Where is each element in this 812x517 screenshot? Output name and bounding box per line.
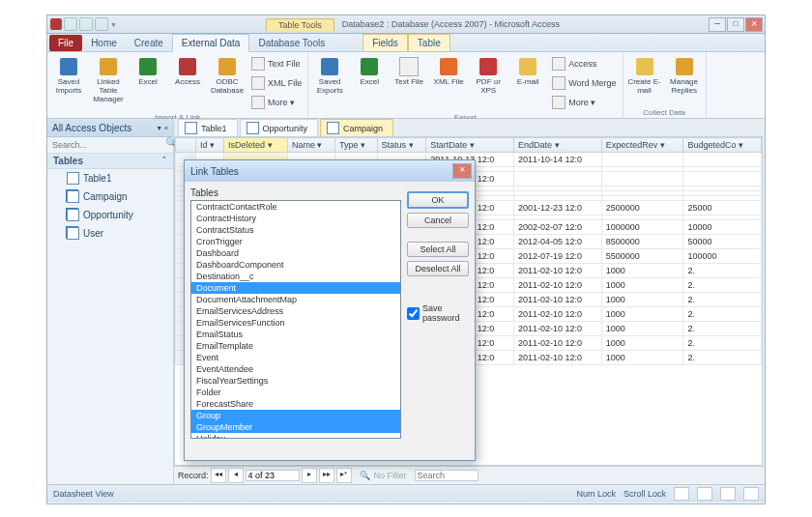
cell[interactable]: 25000 bbox=[683, 201, 762, 215]
dialog-list-item[interactable]: Folder bbox=[191, 387, 400, 398]
ribbon-item[interactable]: Manage Replies bbox=[665, 54, 704, 98]
ribbon-item-small[interactable]: Access bbox=[548, 54, 620, 73]
cell[interactable]: 1000 bbox=[601, 293, 683, 307]
cell[interactable]: 2. bbox=[683, 293, 762, 307]
cell[interactable] bbox=[601, 153, 683, 167]
nav-item[interactable]: Opportunity bbox=[47, 206, 173, 224]
ribbon-item[interactable]: E-mail bbox=[508, 54, 547, 112]
column-header[interactable]: Status ▾ bbox=[377, 138, 426, 153]
cell[interactable]: 2500000 bbox=[601, 201, 683, 215]
cell[interactable]: 1000 bbox=[601, 336, 683, 351]
cell[interactable]: 2011-02-10 12:0 bbox=[514, 322, 602, 336]
dialog-list-item[interactable]: FiscalYearSettings bbox=[191, 375, 400, 387]
nav-item[interactable]: User bbox=[47, 224, 173, 243]
cell[interactable] bbox=[683, 172, 762, 187]
tab-database-tools[interactable]: Database Tools bbox=[249, 35, 334, 51]
cell[interactable]: 2. bbox=[683, 351, 762, 365]
cell[interactable]: 2011-02-10 12:0 bbox=[514, 293, 602, 307]
dialog-list-item[interactable]: EmailServicesFunction bbox=[191, 317, 400, 329]
ribbon-item[interactable]: Linked Table Manager bbox=[89, 54, 128, 112]
dialog-list-item[interactable]: Document bbox=[191, 282, 400, 294]
ribbon-item-small[interactable]: More ▾ bbox=[548, 93, 620, 112]
ribbon-item[interactable]: XML File bbox=[429, 54, 468, 112]
new-record-button[interactable]: ▸* bbox=[336, 468, 352, 483]
record-position-input[interactable] bbox=[246, 470, 300, 481]
ribbon-item[interactable]: ODBC Database bbox=[208, 54, 246, 112]
design-view-button[interactable] bbox=[697, 487, 712, 501]
dialog-list-item[interactable]: Event bbox=[191, 352, 400, 363]
document-tab[interactable]: Campaign bbox=[320, 119, 393, 136]
ribbon-item[interactable]: PDF or XPS bbox=[469, 54, 508, 112]
dialog-list-item[interactable]: DocumentAttachmentMap bbox=[191, 294, 400, 305]
cell[interactable] bbox=[601, 172, 683, 187]
ribbon-item[interactable]: Saved Imports bbox=[49, 54, 88, 112]
tab-table[interactable]: Table bbox=[408, 34, 450, 51]
save-password-checkbox[interactable]: Save password bbox=[407, 303, 469, 323]
cell[interactable]: 50000 bbox=[683, 235, 762, 249]
dialog-close-button[interactable]: ✕ bbox=[452, 163, 472, 179]
dialog-list-item[interactable]: EmailStatus bbox=[191, 329, 400, 340]
document-tab[interactable]: Opportunity bbox=[240, 119, 319, 136]
tab-fields[interactable]: Fields bbox=[362, 34, 408, 51]
cell[interactable]: 2012-07-19 12:0 bbox=[514, 249, 602, 264]
cell[interactable]: 2. bbox=[683, 322, 762, 336]
qat-undo-icon[interactable] bbox=[79, 17, 93, 31]
column-header[interactable]: IsDeleted ▾ bbox=[224, 138, 288, 153]
dialog-list-item[interactable]: GroupMember bbox=[191, 421, 400, 433]
column-header[interactable]: Id ▾ bbox=[196, 138, 224, 153]
view-button-4[interactable] bbox=[743, 487, 759, 501]
qat-save-icon[interactable] bbox=[64, 17, 77, 31]
prev-record-button[interactable]: ◂ bbox=[228, 468, 244, 483]
cell[interactable]: 2011-10-14 12:0 bbox=[514, 153, 602, 167]
deselect-all-button[interactable]: Deselect All bbox=[407, 261, 469, 276]
ribbon-item[interactable]: Saved Exports bbox=[310, 54, 349, 112]
dialog-list-item[interactable]: ContractHistory bbox=[191, 213, 400, 224]
column-header[interactable] bbox=[176, 138, 196, 153]
dialog-list-item[interactable]: ContractStatus bbox=[191, 224, 400, 236]
maximize-button[interactable]: □ bbox=[727, 17, 744, 32]
save-password-input[interactable] bbox=[407, 307, 420, 320]
chevron-down-icon[interactable]: ▼ « bbox=[156, 125, 168, 131]
cell[interactable] bbox=[514, 172, 602, 187]
datasheet-view-button[interactable] bbox=[674, 487, 689, 501]
search-input[interactable] bbox=[47, 137, 165, 153]
cell[interactable]: 2. bbox=[683, 336, 762, 351]
tab-create[interactable]: Create bbox=[126, 35, 172, 51]
ribbon-item-small[interactable]: Word Merge bbox=[548, 73, 620, 93]
cell[interactable]: 10000 bbox=[683, 220, 762, 235]
tab-external-data[interactable]: External Data bbox=[172, 34, 250, 52]
dialog-tables-list[interactable]: ContractContactRoleContractHistoryContra… bbox=[190, 200, 401, 439]
select-all-button[interactable]: Select All bbox=[407, 242, 469, 257]
cell[interactable]: 2011-02-10 12:0 bbox=[514, 278, 602, 293]
cell[interactable]: 2011-02-10 12:0 bbox=[514, 307, 602, 322]
column-header[interactable]: EndDate ▾ bbox=[514, 138, 602, 153]
cancel-button[interactable]: Cancel bbox=[407, 213, 469, 228]
ribbon-item[interactable]: Create E-mail bbox=[625, 54, 664, 98]
ribbon-item-small[interactable]: Text File bbox=[247, 54, 305, 73]
cell[interactable]: 1000 bbox=[601, 322, 683, 336]
cell[interactable]: 2002-02-07 12:0 bbox=[514, 220, 602, 235]
dialog-list-item[interactable]: Holiday bbox=[191, 433, 400, 439]
cell[interactable]: 2. bbox=[683, 278, 762, 293]
ribbon-item[interactable]: Excel bbox=[129, 54, 167, 112]
ribbon-item-small[interactable]: More ▾ bbox=[247, 93, 305, 112]
cell[interactable]: 2. bbox=[683, 264, 762, 278]
dialog-list-item[interactable]: Dashboard bbox=[191, 247, 400, 259]
cell[interactable]: 1000 bbox=[601, 278, 683, 293]
ribbon-item[interactable]: Text File bbox=[390, 54, 428, 112]
nav-group-header[interactable]: Tables ⌃ bbox=[47, 154, 173, 169]
tab-file[interactable]: File bbox=[49, 35, 82, 51]
dialog-list-item[interactable]: Group bbox=[191, 410, 400, 421]
cell[interactable]: 5500000 bbox=[601, 249, 683, 264]
dialog-list-item[interactable]: EmailTemplate bbox=[191, 340, 400, 352]
cell[interactable]: 2001-12-23 12:0 bbox=[514, 201, 602, 215]
cell[interactable]: 1000 bbox=[601, 351, 683, 365]
ribbon-item[interactable]: Excel bbox=[350, 54, 389, 112]
dialog-list-item[interactable]: ForecastShare bbox=[191, 398, 400, 410]
next-record-button[interactable]: ▸ bbox=[302, 468, 317, 483]
cell[interactable]: 100000 bbox=[683, 249, 762, 264]
cell[interactable]: 2011-02-10 12:0 bbox=[514, 264, 602, 278]
nav-header[interactable]: All Access Objects ▼ « bbox=[47, 119, 173, 137]
cell[interactable]: 1000000 bbox=[601, 220, 683, 235]
dialog-list-item[interactable]: EmailServicesAddress bbox=[191, 305, 400, 317]
